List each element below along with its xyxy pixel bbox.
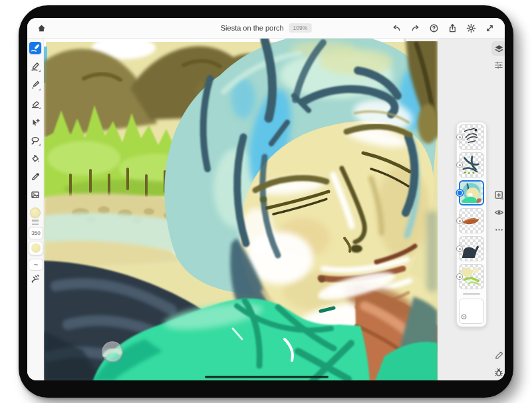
canvas-artwork[interactable] bbox=[44, 39, 438, 380]
flow-color bbox=[31, 243, 41, 253]
paint-brush-tool[interactable] bbox=[29, 42, 41, 54]
brush-size-slider[interactable] bbox=[32, 219, 39, 225]
layer-select-marker[interactable] bbox=[456, 162, 463, 168]
zoom-level-badge: 109% bbox=[289, 23, 312, 33]
eyedropper-tool[interactable] bbox=[29, 171, 41, 183]
layer-thumbnail-sketch-eye[interactable] bbox=[459, 124, 484, 150]
content-area: 350 ~ bbox=[27, 39, 505, 380]
undo-icon[interactable] bbox=[391, 23, 402, 33]
layer-select-marker[interactable] bbox=[456, 134, 463, 140]
share-icon[interactable] bbox=[447, 23, 458, 33]
submenu-indicator bbox=[39, 144, 41, 146]
ink-pen-tool[interactable] bbox=[29, 61, 41, 72]
help-icon[interactable] bbox=[428, 23, 439, 33]
submenu-indicator bbox=[39, 107, 41, 109]
fullscreen-icon[interactable] bbox=[484, 23, 495, 33]
color-swatch[interactable] bbox=[30, 207, 41, 218]
layer-thumbnail-color-painting[interactable] bbox=[459, 180, 484, 205]
layer-select-marker[interactable] bbox=[456, 273, 463, 280]
stylus-icon[interactable] bbox=[493, 349, 505, 361]
adjustments-icon[interactable] bbox=[493, 59, 505, 71]
brush-size-value[interactable]: 350 bbox=[29, 227, 43, 239]
lasso-select-tool[interactable] bbox=[29, 134, 41, 146]
eraser-tool[interactable] bbox=[29, 98, 41, 110]
brush-cursor[interactable] bbox=[102, 342, 122, 362]
layer-select-marker[interactable] bbox=[456, 217, 463, 224]
canvas-area bbox=[44, 39, 438, 380]
submenu-indicator bbox=[39, 88, 41, 90]
paint-fill-tool[interactable] bbox=[29, 153, 41, 165]
redo-icon[interactable] bbox=[410, 23, 420, 33]
layers-panel bbox=[456, 122, 487, 327]
layer-thumbnail-highlight-blobs[interactable] bbox=[459, 264, 484, 289]
layer-select-marker-selected[interactable] bbox=[457, 190, 463, 196]
brush-settings-icon[interactable] bbox=[29, 273, 41, 285]
add-layer-icon[interactable] bbox=[493, 189, 505, 201]
home-indicator[interactable] bbox=[205, 376, 329, 378]
visibility-eye-icon[interactable] bbox=[493, 206, 505, 218]
right-panel bbox=[438, 39, 505, 380]
layer-thumbnail-background[interactable] bbox=[459, 299, 484, 324]
home-icon[interactable] bbox=[36, 23, 47, 33]
watercolor-brush-tool[interactable] bbox=[29, 79, 41, 91]
layers-panel-toggle[interactable] bbox=[491, 41, 505, 56]
layer-group-divider bbox=[463, 293, 480, 295]
layer-select-marker[interactable] bbox=[456, 245, 463, 252]
settings-icon[interactable] bbox=[466, 23, 476, 33]
move-tool[interactable] bbox=[29, 116, 41, 128]
flow-swatch[interactable] bbox=[29, 241, 43, 255]
app-screen: Siesta on the porch 109% bbox=[27, 18, 505, 380]
layer-thumbnail-navy-shape[interactable] bbox=[459, 236, 484, 261]
more-options-icon[interactable] bbox=[493, 223, 505, 235]
device-frame: Siesta on the porch 109% bbox=[19, 5, 513, 398]
layer-thumbnail-orange-stroke[interactable] bbox=[459, 208, 484, 233]
document-title: Siesta on the porch bbox=[221, 24, 284, 32]
place-image-tool[interactable] bbox=[29, 189, 41, 201]
smoothing-control[interactable]: ~ bbox=[29, 259, 43, 271]
submenu-indicator bbox=[39, 70, 41, 72]
debug-bug-icon[interactable] bbox=[493, 366, 505, 378]
top-bar: Siesta on the porch 109% bbox=[27, 18, 505, 39]
page: Siesta on the porch 109% bbox=[0, 0, 532, 403]
layer-thumbnail-line-art[interactable] bbox=[459, 152, 484, 178]
left-toolbar: 350 ~ bbox=[27, 39, 44, 380]
